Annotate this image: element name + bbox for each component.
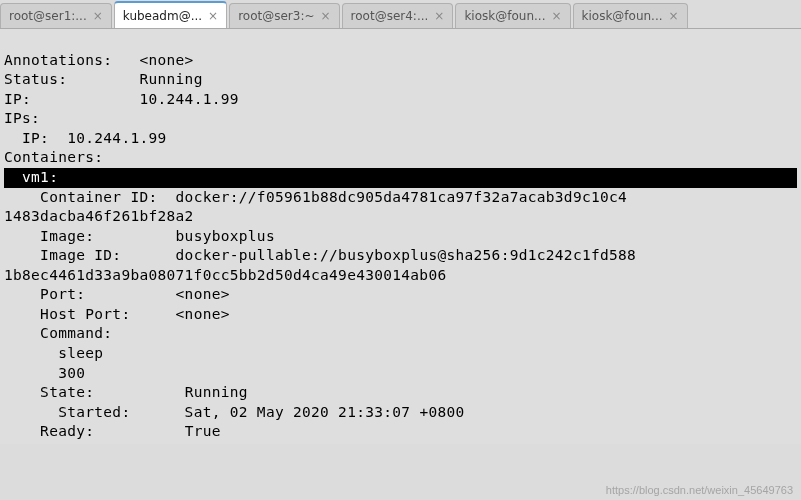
field-image: Image: <box>4 228 94 244</box>
val-status: Running <box>139 71 202 87</box>
tab-kubeadm[interactable]: kubeadm@...× <box>114 1 227 28</box>
field-port: Port: <box>4 286 85 302</box>
close-icon[interactable]: × <box>321 10 331 22</box>
field-container-id: Container ID: <box>4 189 158 205</box>
val-ready: True <box>185 423 221 439</box>
field-host-port: Host Port: <box>4 306 130 322</box>
tab-kiosk-foun-1[interactable]: kiosk@foun...× <box>455 3 570 28</box>
container-header: vm1: <box>4 168 797 188</box>
val-host-port: <none> <box>176 306 230 322</box>
field-ready: Ready: <box>4 423 94 439</box>
close-icon[interactable]: × <box>434 10 444 22</box>
field-started: Started: <box>4 404 130 420</box>
val-ip: 10.244.1.99 <box>139 91 238 107</box>
val-image-id-1: docker-pullable://busyboxplus@sha256:9d1… <box>176 247 637 263</box>
close-icon[interactable]: × <box>669 10 679 22</box>
close-icon[interactable]: × <box>208 10 218 22</box>
field-ips: IPs: <box>4 110 40 126</box>
field-containers: Containers: <box>4 149 103 165</box>
val-container-id-2: 1483dacba46f261bf28a2 <box>4 208 194 224</box>
tab-kiosk-foun-2[interactable]: kiosk@foun...× <box>573 3 688 28</box>
val-container-id-1: docker://f05961b88dc905da4781ca97f32a7ac… <box>176 189 628 205</box>
tab-bar: root@ser1:...× kubeadm@...× root@ser3:~×… <box>0 0 801 29</box>
field-state: State: <box>4 384 94 400</box>
field-command: Command: <box>4 325 112 341</box>
ips-line: IP: 10.244.1.99 <box>4 130 167 146</box>
tab-label: kiosk@foun... <box>464 9 545 23</box>
val-image-id-2: 1b8ec4461d33a9ba08071f0cc5bb2d50d4ca49e4… <box>4 267 446 283</box>
tab-label: kubeadm@... <box>123 9 202 23</box>
val-port: <none> <box>176 286 230 302</box>
field-ip: IP: <box>4 91 31 107</box>
tab-root-ser3[interactable]: root@ser3:~× <box>229 3 339 28</box>
watermark: https://blog.csdn.net/weixin_45649763 <box>606 484 793 496</box>
command-2: 300 <box>4 365 85 381</box>
close-icon[interactable]: × <box>93 10 103 22</box>
val-started: Sat, 02 May 2020 21:33:07 +0800 <box>185 404 465 420</box>
val-annotations: <none> <box>139 52 193 68</box>
command-1: sleep <box>4 345 103 361</box>
tab-label: root@ser4:... <box>351 9 429 23</box>
terminal-output[interactable]: Annotations: <none> Status: Running IP: … <box>0 29 801 444</box>
field-status: Status: <box>4 71 67 87</box>
tab-root-ser1[interactable]: root@ser1:...× <box>0 3 112 28</box>
close-icon[interactable]: × <box>551 10 561 22</box>
field-image-id: Image ID: <box>4 247 121 263</box>
val-image: busyboxplus <box>176 228 275 244</box>
tab-label: root@ser1:... <box>9 9 87 23</box>
field-annotations: Annotations: <box>4 52 112 68</box>
val-state: Running <box>185 384 248 400</box>
tab-label: kiosk@foun... <box>582 9 663 23</box>
tab-root-ser4[interactable]: root@ser4:...× <box>342 3 454 28</box>
tab-label: root@ser3:~ <box>238 9 314 23</box>
